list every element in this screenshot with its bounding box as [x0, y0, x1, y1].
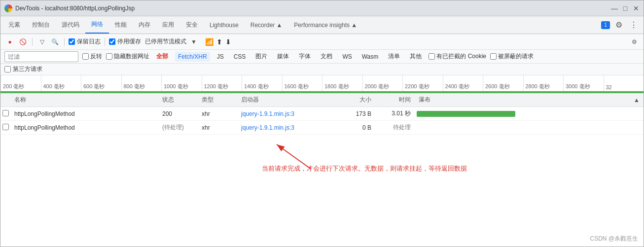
filter-bar: 反转 隐藏数据网址 全部 Fetch/XHR JS CSS 图片 媒体 字体 文…	[0, 50, 644, 64]
tick-14: 3000 毫秒	[563, 75, 604, 92]
filter-fetch-xhr-btn[interactable]: Fetch/XHR	[175, 52, 210, 62]
annotation-area: 当前请求完成，才会进行下次请求。无数据，则请求挂起，等待返回数据	[0, 135, 644, 204]
tick-0: 200 毫秒	[0, 75, 41, 92]
tick-9: 2000 毫秒	[362, 75, 403, 92]
title-bar: DevTools - localhost:8080/httpLongPollin…	[0, 0, 644, 16]
col-header-time[interactable]: 时间	[375, 96, 415, 104]
tick-13: 2800 毫秒	[523, 75, 564, 92]
col-header-name: 名称	[10, 96, 158, 104]
filter-css-btn[interactable]: CSS	[231, 52, 249, 62]
filter-js-btn[interactable]: JS	[214, 52, 227, 62]
toolbar-divider-1	[32, 38, 33, 46]
row-1-time: 3.01 秒	[375, 109, 415, 118]
table-row[interactable]: httpLongPollingMethod (待处理) xhr jquery-1…	[0, 121, 644, 135]
tick-10: 2200 毫秒	[402, 75, 443, 92]
filter-manifest-btn[interactable]: 清单	[385, 52, 403, 62]
col-header-waterfall[interactable]: 瀑布 ▲	[415, 96, 644, 104]
close-button[interactable]: ✕	[633, 5, 640, 12]
tab-performance-insights[interactable]: Performance insights ▲	[288, 16, 363, 34]
table-row[interactable]: httpLongPollingMethod 200 xhr jquery-1.9…	[0, 107, 644, 121]
tab-memory[interactable]: 内存	[133, 16, 156, 34]
filter-ws-btn[interactable]: WS	[339, 52, 355, 62]
tick-3: 800 毫秒	[121, 75, 162, 92]
third-party-bar: 第三方请求	[0, 64, 644, 75]
network-settings-icon[interactable]: ⚙	[629, 36, 640, 47]
filter-input[interactable]	[4, 51, 78, 62]
blocked-requests-checkbox[interactable]: 被屏蔽的请求	[490, 52, 534, 61]
tick-7: 1600 毫秒	[282, 75, 322, 92]
row-2-time: 待处理	[375, 123, 415, 132]
filter-doc-btn[interactable]: 文档	[318, 52, 335, 62]
disable-cache-checkbox[interactable]: 停用缓存	[109, 37, 141, 46]
tab-sources[interactable]: 源代码	[56, 16, 85, 34]
col-header-status[interactable]: 状态	[158, 96, 198, 104]
row-2-size: 0 B	[336, 124, 375, 131]
blocked-cookies-checkbox[interactable]: 有已拦截的 Cookie	[429, 52, 486, 61]
row-2-checkbox[interactable]	[0, 124, 10, 132]
timeline-green-line	[0, 91, 644, 92]
upload-icon: ⬆	[216, 38, 222, 46]
row-1-size: 173 B	[336, 110, 375, 117]
row-1-type: xhr	[198, 110, 237, 117]
table-container: httpLongPollingMethod 200 xhr jquery-1.9…	[0, 107, 644, 247]
wifi-icon: 📶	[205, 38, 214, 46]
row-2-status: (待处理)	[158, 123, 198, 132]
annotation-text: 当前请求完成，才会进行下次请求。无数据，则请求挂起，等待返回数据	[262, 164, 467, 173]
filter-font-btn[interactable]: 字体	[296, 52, 314, 62]
more-options-icon[interactable]: ⋮	[628, 19, 640, 31]
tab-console[interactable]: 控制台	[26, 16, 56, 34]
tab-bar: 元素 控制台 源代码 网络 性能 内存 应用 安全 Lighthouse Rec…	[0, 16, 644, 34]
minimize-button[interactable]: —	[611, 5, 618, 12]
col-header-type[interactable]: 类型	[198, 96, 237, 104]
network-status-icons: 📶 ⬆ ⬇	[205, 38, 231, 46]
third-party-checkbox[interactable]: 第三方请求	[4, 65, 42, 73]
content-area: 名称 状态 类型 启动器 大小 时间 瀑布 ▲ httpLongPollingM…	[0, 93, 644, 247]
tick-5: 1200 毫秒	[202, 75, 242, 92]
tab-recorder[interactable]: Recorder ▲	[245, 16, 288, 34]
filter-other-btn[interactable]: 其他	[407, 52, 425, 62]
network-toolbar: ● 🚫 ▽ 🔍 保留日志 停用缓存 已停用节流模式 ▼ 📶 ⬆ ⬇ ⚙	[0, 34, 644, 50]
tick-8: 1800 毫秒	[322, 75, 362, 92]
row-1-status: 200	[158, 110, 198, 117]
filter-all-btn[interactable]: 全部	[153, 52, 171, 62]
chrome-icon	[4, 4, 12, 12]
hide-data-checkbox[interactable]: 隐藏数据网址	[106, 52, 149, 61]
throttle-dropdown-icon[interactable]: ▼	[188, 36, 199, 47]
tab-performance[interactable]: 性能	[109, 16, 133, 34]
window-controls: — □ ✕	[611, 5, 640, 12]
row-2-initiator[interactable]: jquery-1.9.1.min.js:3	[237, 124, 336, 131]
filter-img-btn[interactable]: 图片	[252, 52, 270, 62]
toolbar-divider-2	[64, 38, 65, 46]
filter-wasm-btn[interactable]: Wasm	[359, 52, 382, 62]
col-header-size[interactable]: 大小	[336, 96, 375, 104]
throttle-label: 已停用节流模式	[145, 37, 186, 46]
tick-11: 2400 毫秒	[443, 75, 483, 92]
maximize-button[interactable]: □	[622, 5, 629, 12]
tab-network[interactable]: 网络	[85, 16, 109, 34]
col-header-initiator[interactable]: 启动器	[237, 96, 336, 104]
clear-button[interactable]: 🚫	[17, 36, 28, 47]
tab-elements[interactable]: 元素	[2, 16, 26, 34]
timeline-ruler: 200 毫秒 400 毫秒 600 毫秒 800 毫秒 1000 毫秒 1200…	[0, 75, 644, 92]
search-icon[interactable]: 🔍	[49, 36, 60, 47]
tick-15: 32	[604, 75, 644, 92]
watermark: CSDN @杀戮苍生	[590, 235, 638, 243]
row-1-initiator[interactable]: jquery-1.9.1.min.js:3	[237, 110, 336, 117]
tab-security[interactable]: 安全	[180, 16, 204, 34]
filter-icon[interactable]: ▽	[36, 36, 47, 47]
toolbar-divider-3	[105, 38, 105, 46]
waterfall-bar-1	[417, 111, 515, 117]
window-title: DevTools - localhost:8080/httpLongPollin…	[15, 5, 611, 12]
row-1-checkbox[interactable]	[0, 110, 10, 118]
tab-application[interactable]: 应用	[156, 16, 180, 34]
tick-1: 400 毫秒	[41, 75, 81, 92]
tick-12: 2600 毫秒	[483, 75, 523, 92]
record-button[interactable]: ●	[4, 36, 15, 47]
filter-media-btn[interactable]: 媒体	[274, 52, 292, 62]
reverse-checkbox[interactable]: 反转	[82, 52, 102, 61]
tick-4: 1000 毫秒	[161, 75, 202, 92]
waterfall-sort-icon: ▲	[634, 97, 640, 104]
tab-lighthouse[interactable]: Lighthouse	[204, 16, 245, 34]
settings-icon[interactable]: ⚙	[613, 19, 625, 31]
preserve-log-checkbox[interactable]: 保留日志	[69, 37, 101, 46]
